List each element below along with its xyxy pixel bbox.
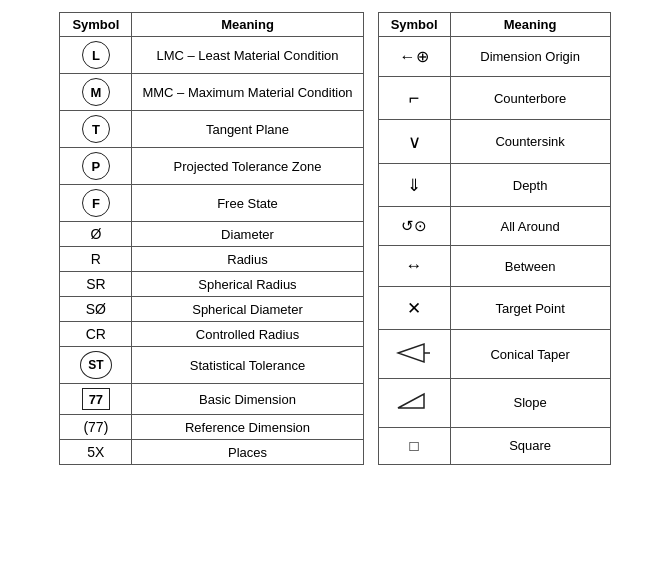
table-row: T Tangent Plane [60, 111, 363, 148]
meaning-cell: Radius [132, 247, 363, 272]
meaning-cell: Free State [132, 185, 363, 222]
meaning-cell: Slope [450, 379, 610, 428]
svg-marker-0 [398, 344, 424, 362]
symbol-cell: ✕ [378, 287, 450, 330]
table-row: ∨ Countersink [378, 120, 610, 164]
symbol-text: SR [86, 276, 105, 292]
symbol-text: CR [86, 326, 106, 342]
symbol-cell: P [60, 148, 132, 185]
meaning-cell: Tangent Plane [132, 111, 363, 148]
right-header-symbol: Symbol [378, 13, 450, 37]
symbol-box: 77 [82, 388, 110, 410]
targetpoint-icon: ✕ [407, 299, 421, 318]
table-row: ⌐ Counterbore [378, 77, 610, 120]
table-row: P Projected Tolerance Zone [60, 148, 363, 185]
symbol-circle: T [82, 115, 110, 143]
left-header-meaning: Meaning [132, 13, 363, 37]
meaning-cell: Projected Tolerance Zone [132, 148, 363, 185]
symbol-cell: ⌐ [378, 77, 450, 120]
symbol-cell: ⇓ [378, 164, 450, 207]
symbol-text: Ø [90, 226, 101, 242]
symbol-text: SØ [86, 301, 106, 317]
meaning-cell: Spherical Diameter [132, 297, 363, 322]
symbol-cell: SR [60, 272, 132, 297]
left-table: Symbol Meaning L LMC – Least Material Co… [59, 12, 363, 465]
table-row: 5X Places [60, 440, 363, 465]
symbol-cell: ↔ [378, 245, 450, 287]
meaning-cell: LMC – Least Material Condition [132, 37, 363, 74]
table-row: ✕ Target Point [378, 287, 610, 330]
symbol-cell: ∨ [378, 120, 450, 164]
meaning-cell: MMC – Maximum Material Condition [132, 74, 363, 111]
symbol-cell: ←⊕ [378, 37, 450, 77]
between-icon: ↔ [406, 256, 423, 275]
symbol-cell: Ø [60, 222, 132, 247]
table-row: ST Statistical Tolerance [60, 347, 363, 384]
symbol-circle-st: ST [80, 351, 112, 379]
meaning-cell: Spherical Radius [132, 272, 363, 297]
symbol-cell: CR [60, 322, 132, 347]
meaning-cell: Places [132, 440, 363, 465]
symbol-cell: M [60, 74, 132, 111]
table-row: Ø Diameter [60, 222, 363, 247]
table-row: CR Controlled Radius [60, 322, 363, 347]
meaning-cell: Countersink [450, 120, 610, 164]
symbol-circle: P [82, 152, 110, 180]
symbol-text: (77) [83, 419, 108, 435]
table-row: ⇓ Depth [378, 164, 610, 207]
table-row: (77) Reference Dimension [60, 415, 363, 440]
table-row: □ Square [378, 427, 610, 464]
table-row: R Radius [60, 247, 363, 272]
symbol-cell: □ [378, 427, 450, 464]
left-header-symbol: Symbol [60, 13, 132, 37]
slope-icon [396, 390, 432, 412]
symbol-cell: R [60, 247, 132, 272]
table-row: L LMC – Least Material Condition [60, 37, 363, 74]
symbol-cell [378, 330, 450, 379]
symbol-circle: M [82, 78, 110, 106]
right-header-meaning: Meaning [450, 13, 610, 37]
counterbore-icon: ⌐ [409, 88, 420, 108]
conicaltaper-icon [396, 342, 432, 364]
meaning-cell: Target Point [450, 287, 610, 330]
meaning-cell: Depth [450, 164, 610, 207]
meaning-cell: Statistical Tolerance [132, 347, 363, 384]
meaning-cell: Counterbore [450, 77, 610, 120]
meaning-cell: All Around [450, 207, 610, 246]
symbol-circle: F [82, 189, 110, 217]
symbol-cell: F [60, 185, 132, 222]
meaning-cell: Between [450, 245, 610, 287]
symbol-cell: L [60, 37, 132, 74]
symbol-cell: 77 [60, 384, 132, 415]
meaning-cell: Diameter [132, 222, 363, 247]
table-row: ↺⊙ All Around [378, 207, 610, 246]
countersink-icon: ∨ [408, 132, 421, 152]
square-icon: □ [410, 437, 419, 454]
symbol-cell: (77) [60, 415, 132, 440]
table-row: Slope [378, 379, 610, 428]
svg-marker-2 [398, 394, 424, 408]
meaning-cell: Dimension Origin [450, 37, 610, 77]
meaning-cell: Controlled Radius [132, 322, 363, 347]
tables-container: Symbol Meaning L LMC – Least Material Co… [59, 12, 610, 465]
dim-origin-icon: ←⊕ [400, 48, 429, 65]
symbol-cell: ↺⊙ [378, 207, 450, 246]
right-table: Symbol Meaning ←⊕ Dimension Origin ⌐ Cou… [378, 12, 611, 465]
meaning-cell: Reference Dimension [132, 415, 363, 440]
meaning-cell: Basic Dimension [132, 384, 363, 415]
table-row: ←⊕ Dimension Origin [378, 37, 610, 77]
depth-icon: ⇓ [407, 176, 421, 195]
symbol-cell: T [60, 111, 132, 148]
table-row: 77 Basic Dimension [60, 384, 363, 415]
symbol-cell: 5X [60, 440, 132, 465]
symbol-circle: L [82, 41, 110, 69]
table-row: M MMC – Maximum Material Condition [60, 74, 363, 111]
table-row: F Free State [60, 185, 363, 222]
symbol-cell: SØ [60, 297, 132, 322]
meaning-cell: Conical Taper [450, 330, 610, 379]
table-row: SR Spherical Radius [60, 272, 363, 297]
table-row: SØ Spherical Diameter [60, 297, 363, 322]
symbol-cell [378, 379, 450, 428]
symbol-text: 5X [87, 444, 104, 460]
symbol-cell: ST [60, 347, 132, 384]
